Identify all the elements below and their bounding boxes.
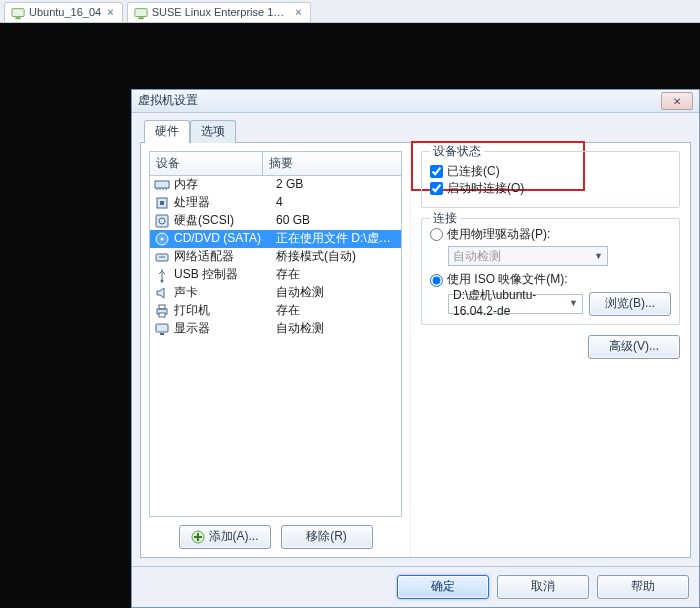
app-tab[interactable]: SUSE Linux Enterprise 11 64 ... × xyxy=(127,2,311,22)
device-row[interactable]: 网络适配器桥接模式(自动) xyxy=(150,248,401,266)
cancel-button[interactable]: 取消 xyxy=(497,575,589,599)
device-row[interactable]: 打印机存在 xyxy=(150,302,401,320)
add-device-button[interactable]: 添加(A)... xyxy=(179,525,271,549)
device-name: 网络适配器 xyxy=(174,249,270,265)
close-icon: ✕ xyxy=(673,95,681,108)
group-title: 连接 xyxy=(430,211,460,227)
device-summary: 60 GB xyxy=(270,213,397,229)
device-row[interactable]: 内存2 GB xyxy=(150,176,401,194)
net-icon xyxy=(154,249,170,265)
device-name: 显示器 xyxy=(174,321,270,337)
device-name: 声卡 xyxy=(174,285,270,301)
device-summary: 存在 xyxy=(270,303,397,319)
app-tab[interactable]: Ubuntu_16_04 × xyxy=(4,2,123,22)
svg-rect-2 xyxy=(135,8,147,16)
ram-icon xyxy=(154,177,170,193)
window-close-button[interactable]: ✕ xyxy=(661,92,693,110)
device-name: USB 控制器 xyxy=(174,267,270,283)
device-name: 处理器 xyxy=(174,195,270,211)
cpu-icon xyxy=(154,195,170,211)
device-name: 内存 xyxy=(174,177,270,193)
svg-rect-14 xyxy=(159,305,165,309)
device-summary: 存在 xyxy=(270,267,397,283)
advanced-button[interactable]: 高级(V)... xyxy=(588,335,680,359)
sound-icon xyxy=(154,285,170,301)
connected-checkbox-input[interactable] xyxy=(430,165,443,178)
app-tab-label: Ubuntu_16_04 xyxy=(29,5,101,19)
page-tabs: 硬件 选项 xyxy=(140,119,691,142)
svg-rect-3 xyxy=(138,17,143,19)
connection-group: 连接 使用物理驱动器(P): 自动检测 ▼ 使用 ISO 映像文件(M): xyxy=(421,218,680,325)
device-row[interactable]: 处理器4 xyxy=(150,194,401,212)
device-list: 设备 摘要 内存2 GB处理器4硬盘(SCSI)60 GBCD/DVD (SAT… xyxy=(149,151,402,517)
device-row[interactable]: CD/DVD (SATA)正在使用文件 D:\虚机\ubuntu-16.0... xyxy=(150,230,401,248)
tab-close-icon[interactable]: × xyxy=(105,5,115,19)
ok-button[interactable]: 确定 xyxy=(397,575,489,599)
dialog-title: 虚拟机设置 xyxy=(138,93,198,109)
usb-icon xyxy=(154,267,170,283)
device-row[interactable]: 声卡自动检测 xyxy=(150,284,401,302)
col-device[interactable]: 设备 xyxy=(150,152,263,176)
dialog-footer: 确定 取消 帮助 xyxy=(132,566,699,607)
connect-at-poweron-input[interactable] xyxy=(430,182,443,195)
device-list-header: 设备 摘要 xyxy=(150,152,401,177)
browse-button[interactable]: 浏览(B)... xyxy=(589,292,671,316)
connected-checkbox[interactable]: 已连接(C) xyxy=(430,164,671,180)
svg-point-10 xyxy=(161,238,164,241)
device-row[interactable]: USB 控制器存在 xyxy=(150,266,401,284)
cd-icon xyxy=(154,231,170,247)
physical-drive-dropdown: 自动检测 ▼ xyxy=(448,246,608,266)
device-summary: 2 GB xyxy=(270,177,397,193)
device-summary: 自动检测 xyxy=(270,285,397,301)
device-summary: 4 xyxy=(270,195,397,211)
svg-point-12 xyxy=(161,280,164,283)
iso-path-dropdown[interactable]: D:\虚机\ubuntu-16.04.2-de ▼ xyxy=(448,294,583,314)
device-status-group: 设备状态 已连接(C) 启动时连接(O) xyxy=(421,151,680,208)
remove-device-button[interactable]: 移除(R) xyxy=(281,525,373,549)
svg-rect-1 xyxy=(15,17,20,19)
device-summary: 正在使用文件 D:\虚机\ubuntu-16.0... xyxy=(270,231,397,247)
device-name: 打印机 xyxy=(174,303,270,319)
iso-radio-input[interactable] xyxy=(430,274,443,287)
svg-rect-0 xyxy=(12,8,24,16)
use-physical-drive-radio[interactable]: 使用物理驱动器(P): xyxy=(430,227,671,243)
chevron-down-icon: ▼ xyxy=(569,298,578,310)
connect-at-poweron-checkbox[interactable]: 启动时连接(O) xyxy=(430,181,671,197)
printer-icon xyxy=(154,303,170,319)
svg-rect-6 xyxy=(160,201,164,205)
chevron-down-icon: ▼ xyxy=(594,251,603,263)
svg-rect-16 xyxy=(156,324,168,332)
vm-icon xyxy=(11,6,25,20)
hdd-icon xyxy=(154,213,170,229)
hardware-panel: 设备 摘要 内存2 GB处理器4硬盘(SCSI)60 GBCD/DVD (SAT… xyxy=(140,142,691,558)
svg-rect-17 xyxy=(160,333,164,335)
vm-icon xyxy=(134,6,148,20)
svg-rect-15 xyxy=(159,313,165,317)
svg-rect-7 xyxy=(156,215,168,227)
help-button[interactable]: 帮助 xyxy=(597,575,689,599)
tab-hardware[interactable]: 硬件 xyxy=(144,120,190,143)
tab-options[interactable]: 选项 xyxy=(190,120,236,143)
display-icon xyxy=(154,321,170,337)
add-icon xyxy=(191,530,205,544)
tab-close-icon[interactable]: × xyxy=(293,5,303,19)
use-iso-radio[interactable]: 使用 ISO 映像文件(M): xyxy=(430,272,671,288)
device-name: CD/DVD (SATA) xyxy=(174,231,270,247)
app-tab-label: SUSE Linux Enterprise 11 64 ... xyxy=(152,5,290,19)
col-summary[interactable]: 摘要 xyxy=(263,152,401,176)
device-summary: 自动检测 xyxy=(270,321,397,337)
vm-settings-dialog: 虚拟机设置 ✕ 硬件 选项 设备 摘要 内存2 GB处理器4硬盘(SCSI)60… xyxy=(131,89,700,608)
device-name: 硬盘(SCSI) xyxy=(174,213,270,229)
group-title: 设备状态 xyxy=(430,144,484,160)
device-row[interactable]: 硬盘(SCSI)60 GB xyxy=(150,212,401,230)
svg-rect-4 xyxy=(155,181,169,188)
app-tab-strip: Ubuntu_16_04 × SUSE Linux Enterprise 11 … xyxy=(0,0,700,23)
physical-drive-radio-input[interactable] xyxy=(430,228,443,241)
device-row[interactable]: 显示器自动检测 xyxy=(150,320,401,338)
device-summary: 桥接模式(自动) xyxy=(270,249,397,265)
dialog-titlebar[interactable]: 虚拟机设置 ✕ xyxy=(132,90,699,113)
